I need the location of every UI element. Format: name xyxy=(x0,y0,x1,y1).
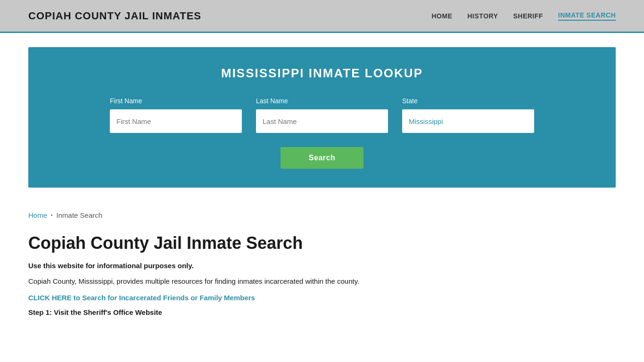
state-label: State xyxy=(402,97,534,105)
last-name-label: Last Name xyxy=(256,97,388,105)
last-name-input[interactable] xyxy=(256,109,388,133)
site-title: COPIAH COUNTY JAIL INMATES xyxy=(28,10,201,22)
first-name-group: First Name xyxy=(110,97,242,133)
description-text: Copiah County, Mississippi, provides mul… xyxy=(28,276,616,287)
search-button-row: Search xyxy=(57,147,587,169)
breadcrumb-separator: • xyxy=(51,213,53,218)
breadcrumb-home-link[interactable]: Home xyxy=(28,211,47,219)
nav-home[interactable]: HOME xyxy=(432,12,453,20)
breadcrumb-current-page: Inmate Search xyxy=(57,211,103,219)
main-content: Copiah County Jail Inmate Search Use thi… xyxy=(0,224,644,339)
page-title: Copiah County Jail Inmate Search xyxy=(28,233,616,253)
step1-heading: Step 1: Visit the Sheriff's Office Websi… xyxy=(28,308,616,316)
first-name-label: First Name xyxy=(110,97,242,105)
main-nav: HOME HISTORY SHERIFF INMATE SEARCH xyxy=(432,11,616,21)
search-fields-row: First Name Last Name State xyxy=(57,97,587,133)
nav-sheriff[interactable]: SHERIFF xyxy=(513,12,543,20)
state-group: State xyxy=(402,97,534,133)
site-header: COPIAH COUNTY JAIL INMATES HOME HISTORY … xyxy=(0,0,644,33)
search-button[interactable]: Search xyxy=(281,147,363,169)
disclaimer-text: Use this website for informational purpo… xyxy=(28,262,616,270)
inmate-lookup-panel: MISSISSIPPI INMATE LOOKUP First Name Las… xyxy=(28,47,616,188)
first-name-input[interactable] xyxy=(110,109,242,133)
nav-inmate-search[interactable]: INMATE SEARCH xyxy=(558,11,616,21)
nav-history[interactable]: HISTORY xyxy=(468,12,498,20)
lookup-panel-title: MISSISSIPPI INMATE LOOKUP xyxy=(57,66,587,81)
last-name-group: Last Name xyxy=(256,97,388,133)
search-link[interactable]: CLICK HERE to Search for Incarcerated Fr… xyxy=(28,294,616,302)
state-input[interactable] xyxy=(402,109,534,133)
breadcrumb: Home • Inmate Search xyxy=(0,202,644,224)
